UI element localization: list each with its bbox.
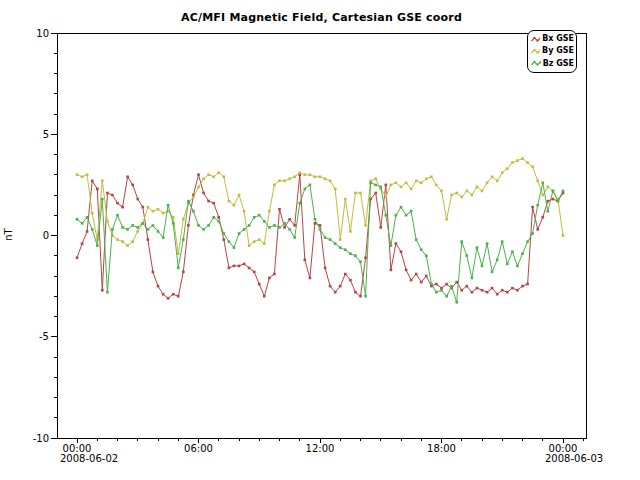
series-marker-bx-gse <box>374 192 377 195</box>
series-marker-bx-gse <box>283 226 286 229</box>
series-marker-by-gse <box>212 176 215 179</box>
legend-label-by-gse: By GSE <box>542 47 574 55</box>
series-marker-by-gse <box>314 176 317 179</box>
series-marker-by-gse <box>486 182 489 185</box>
series-marker-bz-gse <box>157 230 160 233</box>
series-marker-bx-gse <box>526 283 529 286</box>
series-marker-bz-gse <box>258 214 261 217</box>
series-marker-bx-gse <box>273 273 276 276</box>
series-marker-by-gse <box>182 218 185 221</box>
series-marker-by-gse <box>364 224 367 227</box>
series-marker-bx-gse <box>506 291 509 294</box>
series-marker-bx-gse <box>136 198 139 201</box>
series-marker-by-gse <box>334 188 337 191</box>
series-marker-bz-gse <box>217 220 220 223</box>
series-marker-bz-gse <box>162 236 165 239</box>
series-marker-bx-gse <box>455 281 458 284</box>
series-marker-bx-gse <box>106 192 109 195</box>
series-marker-bz-gse <box>344 248 347 251</box>
series-marker-bz-gse <box>476 246 479 249</box>
series-line-bz-gse <box>77 183 563 302</box>
series-marker-bz-gse <box>207 224 210 227</box>
series-marker-by-gse <box>177 252 180 255</box>
series-marker-by-gse <box>430 176 433 179</box>
series-marker-bz-gse <box>309 184 312 187</box>
series-marker-by-gse <box>374 178 377 181</box>
series-marker-bx-gse <box>96 188 99 191</box>
series-marker-bz-gse <box>511 250 514 253</box>
series-marker-bx-gse <box>410 279 413 282</box>
legend-item-bx-gse: Bx GSE <box>531 35 574 43</box>
series-marker-bx-gse <box>212 202 215 205</box>
series-marker-bz-gse <box>319 228 322 231</box>
series-marker-by-gse <box>131 240 134 243</box>
y-tick-label: 0 <box>43 230 49 241</box>
series-marker-by-gse <box>253 240 256 243</box>
series-marker-by-gse <box>238 194 241 197</box>
series-marker-bz-gse <box>101 198 104 201</box>
series-marker-bx-gse <box>217 216 220 219</box>
series-marker-by-gse <box>288 178 291 181</box>
series-marker-bz-gse <box>552 190 555 193</box>
series-marker-bz-gse <box>542 182 545 185</box>
series-marker-by-gse <box>233 204 236 207</box>
series-marker-by-gse <box>460 196 463 199</box>
series-marker-by-gse <box>86 173 89 176</box>
series-marker-by-gse <box>359 192 362 195</box>
series-marker-bx-gse <box>466 285 469 288</box>
series-marker-by-gse <box>147 206 150 209</box>
series-marker-bx-gse <box>121 206 124 209</box>
bx-gse-marker-icon <box>531 36 540 43</box>
series-marker-bz-gse <box>405 214 408 217</box>
series-marker-by-gse <box>390 184 393 187</box>
series-marker-bz-gse <box>314 218 317 221</box>
legend-label-bx-gse: Bx GSE <box>542 35 574 43</box>
series-marker-bz-gse <box>390 244 393 247</box>
series-marker-bx-gse <box>471 291 474 294</box>
series-marker-bz-gse <box>395 214 398 217</box>
x-tick-label: 12:00 <box>306 443 335 454</box>
series-marker-by-gse <box>547 186 550 189</box>
series-marker-bz-gse <box>329 238 332 241</box>
series-marker-bx-gse <box>202 192 205 195</box>
series-marker-bz-gse <box>167 204 170 207</box>
series-marker-bz-gse <box>147 228 150 231</box>
series-marker-by-gse <box>339 238 342 241</box>
series-marker-by-gse <box>420 182 423 185</box>
series-marker-bx-gse <box>116 202 119 205</box>
series-marker-bz-gse <box>430 283 433 286</box>
legend-item-by-gse: By GSE <box>531 47 574 55</box>
series-marker-bz-gse <box>253 216 256 219</box>
series-marker-bx-gse <box>460 289 463 292</box>
series-marker-bx-gse <box>334 291 337 294</box>
series-marker-by-gse <box>455 192 458 195</box>
series-marker-by-gse <box>516 159 519 162</box>
series-marker-bz-gse <box>400 206 403 209</box>
series-marker-bz-gse <box>288 228 291 231</box>
series-marker-by-gse <box>329 180 332 183</box>
series-marker-by-gse <box>304 173 307 176</box>
series-marker-bz-gse <box>136 226 139 229</box>
series-marker-bz-gse <box>501 240 504 243</box>
series-marker-by-gse <box>405 182 408 185</box>
series-marker-bx-gse <box>547 200 550 203</box>
series-marker-bx-gse <box>496 293 499 296</box>
series-marker-by-gse <box>506 167 509 170</box>
series-marker-by-gse <box>349 230 352 233</box>
series-marker-bx-gse <box>516 289 519 292</box>
series-marker-by-gse <box>354 192 357 195</box>
series-marker-bz-gse <box>293 236 296 239</box>
series-marker-bx-gse <box>142 206 145 209</box>
series-marker-bz-gse <box>131 224 134 227</box>
series-marker-bz-gse <box>339 246 342 249</box>
series-marker-bx-gse <box>243 263 246 266</box>
series-marker-bz-gse <box>460 240 463 243</box>
series-line-by-gse <box>77 159 563 254</box>
series-marker-by-gse <box>491 176 494 179</box>
series-marker-bz-gse <box>248 224 251 227</box>
series-marker-by-gse <box>136 230 139 233</box>
series-marker-by-gse <box>91 212 94 215</box>
series-marker-bx-gse <box>415 273 418 276</box>
series-marker-by-gse <box>400 186 403 189</box>
series-marker-bx-gse <box>390 269 393 272</box>
